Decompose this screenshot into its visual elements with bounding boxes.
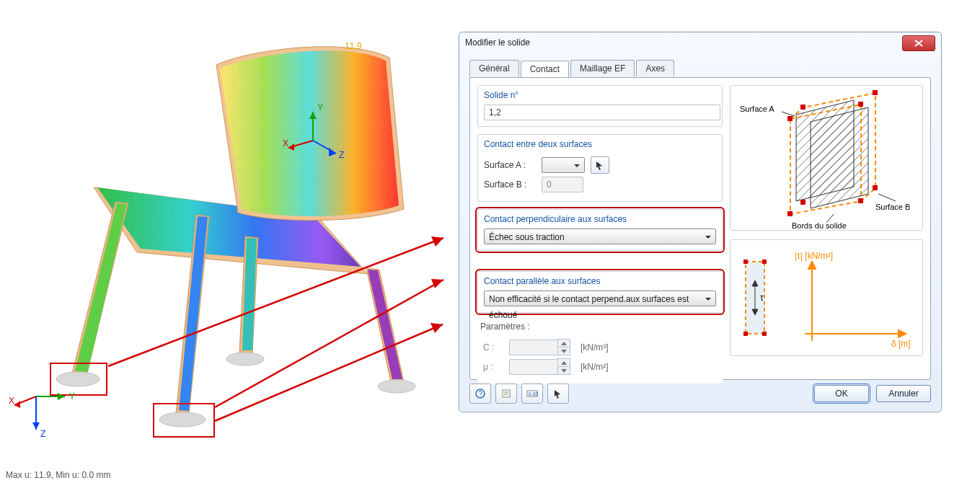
svg-marker-63	[899, 330, 906, 337]
support-icon	[159, 412, 206, 427]
support-icon	[226, 352, 264, 365]
surface-a-label: Surface A :	[484, 160, 536, 170]
viewport-3d[interactable]: X Y Z 11.9 X Y Z	[0, 7, 447, 447]
solid-number-input[interactable]: 1,2	[484, 105, 720, 120]
cancel-button[interactable]: Annuler	[876, 385, 931, 402]
dialog-edit-solid: Modifier le solide Général Contact Maill…	[459, 32, 942, 412]
svg-rect-42	[873, 90, 878, 95]
surface-b-label: Surface B :	[484, 179, 536, 190]
svg-marker-33	[561, 350, 567, 353]
group-label: Contact perpendiculaire aux surfaces	[478, 210, 722, 226]
param-c-input[interactable]	[509, 339, 570, 355]
support-icon	[378, 380, 415, 393]
close-button[interactable]	[902, 35, 935, 51]
svg-text:Y: Y	[69, 391, 75, 402]
dialog-title: Modifier le solide	[459, 32, 941, 53]
tabstrip: Général Contact Maillage EF Axes	[469, 60, 676, 76]
svg-rect-55	[762, 259, 767, 264]
units-icon: 0.00	[526, 389, 538, 399]
group-label: Contact parallèle aux surfaces	[478, 272, 722, 288]
svg-text:X: X	[9, 396, 14, 406]
perpendicular-contact-select[interactable]: Échec sous traction	[484, 229, 716, 244]
group-solid-no: Solide n° 1,2	[477, 85, 723, 127]
tab-axes[interactable]: Axes	[636, 60, 674, 76]
svg-rect-70	[503, 390, 510, 397]
svg-line-49	[878, 194, 896, 201]
group-contact-surfaces: Contact entre deux surfaces Surface A : …	[477, 134, 723, 202]
diagram-shear-plot: τ |τ| [kN/m²] δ [m]	[730, 239, 923, 356]
tab-contact[interactable]: Contact	[521, 61, 569, 77]
svg-text:Z: Z	[339, 150, 344, 160]
svg-rect-54	[743, 259, 748, 264]
svg-marker-11	[431, 279, 443, 288]
svg-rect-57	[762, 332, 767, 336]
cursor-icon	[595, 160, 605, 170]
svg-rect-41	[858, 102, 863, 107]
global-axes: X Y Z	[7, 368, 94, 454]
parallel-contact-select[interactable]: Non efficacité si le contact perpend.aux…	[484, 290, 716, 306]
svg-text:0.00: 0.00	[529, 391, 539, 396]
svg-text:Surface A: Surface A	[740, 105, 774, 113]
dialog-footer: ? 0.00 OK Annuler	[469, 383, 931, 404]
max-value-tag: 11.9	[345, 41, 362, 51]
param-mu-label: μ :	[483, 362, 503, 372]
svg-text:τ: τ	[760, 293, 764, 303]
back-mesh	[220, 50, 399, 216]
svg-marker-28	[32, 422, 40, 430]
tab-mesh[interactable]: Maillage EF	[570, 60, 635, 76]
surface-a-select[interactable]	[542, 157, 585, 173]
svg-marker-38	[811, 107, 868, 208]
cursor-icon	[553, 389, 563, 399]
group-parameters: Paramètres : C : [kN/m³] μ :	[477, 320, 723, 383]
param-mu-unit: [kN/m²]	[581, 362, 609, 372]
diagram-contact-solid: Surface A Surface B Bords du solide	[730, 85, 923, 231]
param-c-label: C :	[483, 342, 503, 352]
svg-rect-39	[787, 116, 793, 121]
help-icon: ?	[475, 389, 485, 399]
svg-marker-34	[561, 361, 567, 365]
svg-rect-40	[800, 105, 805, 110]
group-perpendicular-contact: Contact perpendiculaire aux surfaces Éch…	[477, 209, 723, 251]
svg-rect-45	[873, 185, 878, 190]
svg-text:Surface B: Surface B	[875, 203, 910, 211]
pick-button[interactable]	[547, 383, 569, 404]
help-button[interactable]: ?	[469, 383, 491, 404]
surface-b-value: 0	[542, 177, 583, 192]
svg-rect-56	[743, 332, 748, 336]
units-button[interactable]: 0.00	[521, 383, 543, 404]
ok-button[interactable]: OK	[814, 385, 869, 402]
svg-marker-65	[808, 262, 816, 269]
param-c-unit: [kN/m³]	[581, 342, 609, 352]
svg-text:?: ?	[479, 390, 483, 398]
svg-text:δ [m]: δ [m]	[891, 339, 911, 349]
svg-marker-7	[368, 270, 402, 379]
svg-text:Bords du solide: Bords du solide	[792, 221, 847, 230]
tab-general[interactable]: Général	[469, 60, 519, 76]
svg-marker-26	[58, 393, 65, 400]
svg-text:|τ| [kN/m²]: |τ| [kN/m²]	[795, 251, 833, 261]
tab-page-contact: Solide n° 1,2 Contact entre deux surface…	[469, 77, 931, 380]
svg-line-47	[782, 112, 795, 116]
svg-rect-46	[800, 200, 805, 205]
svg-text:Z: Z	[40, 429, 45, 439]
group-parallel-contact: Contact parallèle aux surfaces Non effic…	[477, 271, 723, 313]
group-label: Contact entre deux surfaces	[478, 135, 722, 151]
pick-surface-button[interactable]	[591, 156, 609, 174]
svg-marker-35	[561, 369, 567, 373]
svg-text:Y: Y	[317, 102, 323, 112]
svg-marker-1	[75, 203, 127, 372]
notes-icon	[501, 389, 511, 399]
svg-rect-44	[858, 198, 863, 203]
svg-rect-43	[787, 211, 793, 216]
notes-button[interactable]	[495, 383, 517, 404]
svg-marker-32	[561, 342, 567, 345]
param-mu-input[interactable]	[509, 358, 570, 375]
svg-text:X: X	[283, 138, 288, 148]
statusbar-min-max: Max u: 11.9, Min u: 0.0 mm	[6, 470, 110, 480]
group-label: Solide n°	[478, 86, 722, 102]
